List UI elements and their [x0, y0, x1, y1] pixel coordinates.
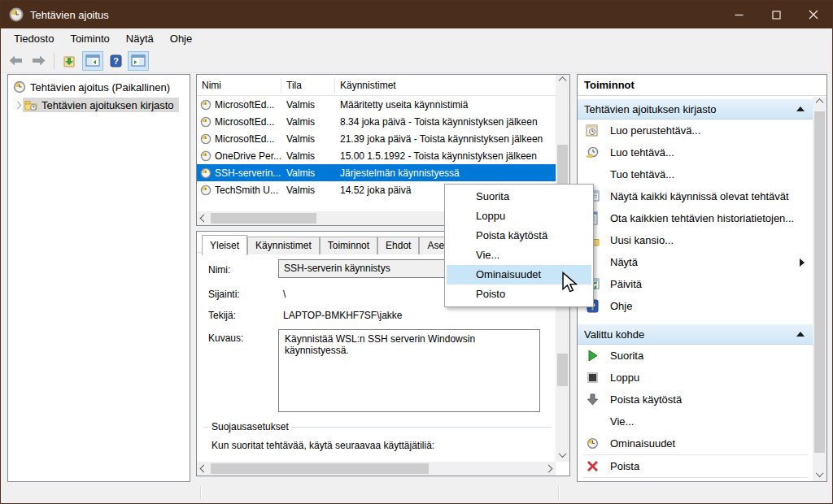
tab-yleiset[interactable]: Yleiset	[202, 235, 247, 255]
action-refresh[interactable]: Päivitä	[578, 273, 813, 295]
scroll-left-icon[interactable]	[197, 462, 211, 476]
actions-pane: Toiminnot Tehtävien ajoituksen kirjasto …	[577, 74, 827, 482]
help-toolbar-button[interactable]: ?	[105, 51, 126, 71]
scroll-down-icon[interactable]	[813, 467, 826, 481]
close-button[interactable]	[795, 1, 832, 28]
show-hide-console-tree-button[interactable]	[82, 51, 103, 71]
tab-kaynnistimet[interactable]: Käynnistimet	[247, 237, 320, 254]
action-view[interactable]: Näytä	[578, 251, 813, 273]
show-hide-action-pane-button[interactable]	[128, 51, 149, 71]
task-clock-icon	[200, 150, 212, 162]
scroll-down-icon[interactable]	[556, 448, 569, 462]
context-menu-export[interactable]: Vie...	[447, 245, 591, 265]
column-header-name[interactable]: Nimi	[197, 78, 281, 93]
action-disable[interactable]: Poista käytöstä	[578, 389, 813, 411]
action-create-task[interactable]: Luo tehtävä...	[578, 141, 813, 163]
scroll-thumb[interactable]	[557, 354, 568, 386]
author-field-label: Tekijä:	[208, 310, 236, 321]
action-end[interactable]: Loppu	[578, 367, 813, 389]
action-label: Päivitä	[610, 278, 642, 290]
column-header-status[interactable]: Tila	[281, 78, 335, 93]
folder-clock-icon	[24, 98, 37, 111]
tree-item-library[interactable]: Tehtävien ajoituksen kirjasto	[8, 96, 190, 114]
mouse-cursor-icon	[560, 272, 578, 293]
action-label: Vie...	[610, 415, 634, 428]
action-create-basic-task[interactable]: Luo perustehtävä...	[578, 119, 813, 141]
run-icon	[586, 349, 600, 363]
description-field[interactable]: Käynnistää WSL:n SSH serverin Windowsin …	[278, 329, 540, 412]
chevron-right-icon[interactable]	[11, 99, 23, 111]
actions-section-selected-header[interactable]: Valittu kohde	[578, 324, 813, 345]
action-export[interactable]: Vie...	[578, 411, 813, 432]
svg-text:?: ?	[113, 56, 119, 66]
no-icon	[586, 167, 600, 181]
scroll-up-icon[interactable]	[813, 97, 826, 111]
menu-ohje[interactable]: Ohje	[162, 30, 200, 47]
task-row[interactable]: OneDrive Per... Valmis 15.00 1.5.1992 - …	[197, 147, 556, 164]
action-label: Poista	[610, 460, 639, 472]
disable-icon	[586, 393, 600, 406]
action-enable-all-tasks-history[interactable]: Ota kaikkien tehtävien historiatietojen.…	[578, 207, 813, 229]
statusbar-separator	[558, 486, 559, 499]
action-label: Ota kaikkien tehtävien historiatietojen.…	[610, 212, 794, 224]
forward-button[interactable]	[28, 51, 49, 71]
action-run[interactable]: Suorita	[578, 345, 813, 367]
menu-nayta[interactable]: Näytä	[118, 30, 162, 47]
action-label: Tuo tehtävä...	[610, 168, 674, 180]
task-row[interactable]: MicrosoftEd... Valmis 8.34 joka päivä - …	[197, 113, 556, 130]
context-menu-disable[interactable]: Poista käytöstä	[447, 226, 591, 245]
back-button[interactable]	[5, 51, 26, 71]
actions-vertical-scrollbar[interactable]	[813, 97, 826, 481]
maximize-button[interactable]	[757, 1, 795, 28]
delete-icon	[586, 459, 600, 473]
task-row[interactable]: MicrosoftEd... Valmis Määritetty useita …	[197, 96, 556, 113]
task-scheduler-window: Tehtävien ajoitus Tiedosto Toiminto Näyt…	[0, 0, 833, 504]
collapse-arrow-icon[interactable]	[796, 332, 805, 337]
task-status: Valmis	[281, 150, 335, 162]
scroll-right-icon[interactable]	[542, 462, 556, 476]
menu-tiedosto[interactable]: Tiedosto	[6, 30, 62, 47]
task-triggers: Järjestelmän käynnistyessä	[335, 167, 556, 179]
minimize-button[interactable]	[720, 1, 757, 28]
action-label: Loppu	[610, 371, 639, 384]
task-name: MicrosoftEd...	[215, 116, 274, 128]
export-list-icon[interactable]	[59, 51, 81, 71]
context-menu-end[interactable]: Loppu	[447, 206, 591, 226]
action-display-running-tasks[interactable]: Näytä kaikki käynnissä olevat tehtävät	[578, 185, 813, 207]
statusbar	[1, 483, 832, 502]
task-name: MicrosoftEd...	[215, 133, 274, 145]
tree-library-selection[interactable]: Tehtävien ajoituksen kirjasto	[23, 98, 179, 112]
action-delete[interactable]: Poista	[578, 455, 813, 477]
action-properties[interactable]: Ominaisuudet	[578, 432, 813, 454]
task-row[interactable]: MicrosoftEd... Valmis 21.39 joka päivä -…	[197, 130, 556, 147]
action-import-task[interactable]: Tuo tehtävä...	[578, 163, 813, 185]
scroll-left-icon[interactable]	[197, 211, 211, 225]
security-account-text: Kun suoritat tehtävää, käytä seuraavaa k…	[212, 440, 434, 451]
action-help-selected[interactable]: ? Ohje	[578, 478, 813, 481]
tab-toiminnot[interactable]: Toiminnot	[320, 237, 377, 254]
column-header-triggers[interactable]: Käynnistimet	[335, 78, 556, 93]
location-field-label: Sijainti:	[208, 289, 240, 300]
scroll-thumb[interactable]	[211, 213, 316, 224]
scroll-thumb[interactable]	[814, 111, 825, 453]
collapse-arrow-icon[interactable]	[796, 106, 805, 111]
scroll-thumb[interactable]	[211, 463, 429, 474]
tree-item-root[interactable]: Tehtävien ajoitus (Paikallinen)	[8, 78, 190, 96]
action-label: Näytä kaikki käynnissä olevat tehtävät	[610, 190, 789, 202]
stop-icon	[586, 371, 600, 385]
action-new-folder[interactable]: Uusi kansio...	[578, 229, 813, 251]
task-name: TechSmith U...	[215, 185, 278, 196]
task-name: SSH-serverin...	[215, 167, 281, 179]
scroll-up-icon[interactable]	[556, 75, 569, 89]
menu-toiminto[interactable]: Toiminto	[62, 30, 117, 47]
tab-ehdot[interactable]: Ehdot	[377, 237, 419, 254]
actions-section-library-header[interactable]: Tehtävien ajoituksen kirjasto	[578, 98, 813, 119]
task-status: Valmis	[281, 133, 335, 145]
action-help[interactable]: ? Ohje	[578, 295, 813, 317]
task-row-selected[interactable]: SSH-serverin... Valmis Järjestelmän käyn…	[197, 164, 556, 181]
details-horizontal-scrollbar[interactable]	[197, 462, 556, 476]
action-label: Uusi kansio...	[610, 234, 674, 246]
task-scheduler-clock-icon	[9, 7, 24, 22]
action-label: Luo tehtävä...	[610, 146, 674, 159]
context-menu-run[interactable]: Suorita	[447, 187, 591, 206]
